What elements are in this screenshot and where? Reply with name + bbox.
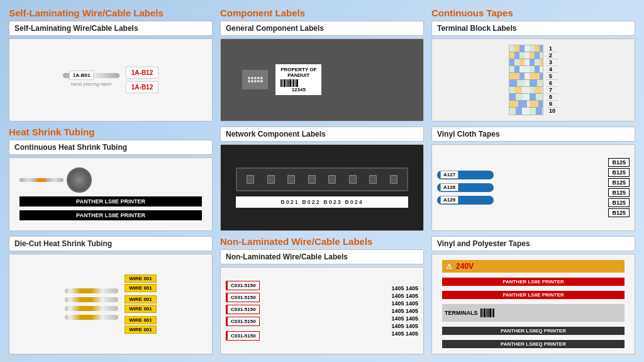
cable-tag-3: A129 <box>440 196 458 204</box>
cable-1: A127 <box>437 171 494 179</box>
panther-ls8eq-label2: PANTHER LS8EQ PRINTER <box>442 340 625 348</box>
b125-labels: B125 B125 B125 B125 B125 B125 <box>608 158 630 217</box>
non-lam-image: C031-5150 C031-5150 C031-5150 C031-5150 … <box>220 267 424 354</box>
terminals-section: TERMINALS <box>442 304 625 322</box>
num-1405-6: 1405 1405 <box>391 323 418 329</box>
wire-label-left: 1A-B01 <box>69 71 94 80</box>
panther-red-label: PANTHER LS8E PRINTER <box>442 278 625 286</box>
col3-section1: Continuous Tapes Terminal Block Labels <box>428 5 639 124</box>
term-num-8: 8 <box>547 94 558 101</box>
wire001-4: WIRE 001 <box>125 305 156 313</box>
cable-2: A128 <box>437 183 494 192</box>
non-lam-card[interactable]: Non-Laminated Wire/Cable Labels <box>220 249 424 264</box>
term-num-4: 4 <box>547 66 558 73</box>
vinyl-cloth-image: A127 A128 A129 B125 B125 B125 B125 B125 … <box>431 144 635 232</box>
col1-section3: Die-Cut Heat Shrink Tubing WIRE 001 WIRE… <box>5 234 216 357</box>
heat-shrink-title: Heat Shrink Tubing <box>9 127 213 137</box>
terminals-text: TERMINALS <box>445 310 478 316</box>
wire001-5: WIRE 001 <box>125 316 156 324</box>
wire001-6: WIRE 001 <box>125 325 156 334</box>
wire001-3: WIRE 001 <box>125 295 156 303</box>
b125-6: B125 <box>608 208 630 217</box>
col1-section2: Heat Shrink Tubing Continuous Heat Shrin… <box>5 124 216 234</box>
num-1405-1: 1405 1405 <box>391 285 418 291</box>
num-1405-3: 1405 1405 <box>391 300 418 307</box>
term-num-5: 5 <box>547 73 558 80</box>
non-lam-title: Non-Laminated Wire/Cable Labels <box>220 236 424 247</box>
b125-1: B125 <box>608 158 630 167</box>
num-1405-5: 1405 1405 <box>391 315 418 322</box>
cont-tapes-title: Continuous Tapes <box>431 8 635 18</box>
die-cut-card[interactable]: Die-Cut Heat Shrink Tubing <box>9 236 213 251</box>
term-num-3: 3 <box>547 59 558 66</box>
vinyl-poly-card[interactable]: Vinyl and Polyester Tapes <box>431 236 635 251</box>
nonlam-label-5: C031-5150 <box>226 331 260 341</box>
self-lam-image: 1A-B01 hand placing label 1A-B12 1A-B12 <box>9 38 213 122</box>
term-num-1: 1 <box>547 45 558 52</box>
b125-3: B125 <box>608 178 630 187</box>
b125-2: B125 <box>608 168 630 177</box>
warning-icon: ⚠ <box>446 263 452 271</box>
cables-stack: A127 A128 A129 <box>437 171 494 205</box>
nonlam-label-4: C031-5150 <box>226 317 260 326</box>
general-comp-image: PROPERTY OF PANDUIT 12345 <box>220 38 424 122</box>
nonlam-label-2: C031-5150 <box>226 293 260 302</box>
property-label1: PROPERTY OF <box>280 67 316 72</box>
wire001-1: WIRE 001 <box>125 274 156 283</box>
nonlam-label-1: C031-5150 <box>226 281 260 290</box>
num-1405-4: 1405 1405 <box>391 308 418 314</box>
wire-label-red2: 1A-B12 <box>126 81 158 93</box>
general-comp-card[interactable]: General Component Labels <box>220 21 424 36</box>
col2-section3: Non-Laminated Wire/Cable Labels Non-Lami… <box>216 234 428 357</box>
nonlam-labels: C031-5150 C031-5150 C031-5150 C031-5150 … <box>226 281 260 341</box>
col1-section1: Self-Laminating Wire/Cable Labels Self-L… <box>5 5 216 124</box>
term-num-10: 10 <box>547 108 558 115</box>
nonlam-label-3: C031-5150 <box>226 305 260 314</box>
col2-section1: Component Labels General Component Label… <box>216 5 428 124</box>
self-lam-title: Self-Laminating Wire/Cable Labels <box>9 8 213 18</box>
panther-ls8eq-label: PANTHER LS8EQ PRINTER <box>442 327 625 335</box>
orange-tape: ⚠ 240V <box>442 260 625 273</box>
term-num-9: 9 <box>547 101 558 108</box>
vinyl-poly-image: ⚠ 240V PANTHER LS8E PRINTER PANTHER LS8E… <box>431 254 635 354</box>
die-cut-image: WIRE 001 WIRE 001 WIRE 001 WIRE 001 WIRE… <box>9 254 213 354</box>
cable-3: A129 <box>437 196 494 205</box>
heat-shrink-image: PANTHER LS8E PRINTER PANTHER LS8E PRINTE… <box>9 157 213 232</box>
vinyl-cloth-card[interactable]: Vinyl Cloth Tapes <box>431 127 635 142</box>
cont-heat-shrink-card[interactable]: Continuous Heat Shrink Tubing <box>9 140 213 155</box>
panther-label2: PANTHER LS8E PRINTER <box>19 210 202 220</box>
term-num-6: 6 <box>547 80 558 87</box>
property-label2: PANDUIT <box>280 72 316 78</box>
col3-section3: Vinyl and Polyester Tapes ⚠ 240V PANTHER… <box>428 234 639 357</box>
barcode-num: 12345 <box>280 87 316 93</box>
nonlam-numbers: 1405 1405 1405 1405 1405 1405 1405 1405 … <box>391 285 418 337</box>
term-num-7: 7 <box>547 87 558 94</box>
b125-5: B125 <box>608 198 630 207</box>
terminal-block-image: 1 2 3 4 5 6 7 8 9 10 <box>431 38 635 122</box>
panther-red-label2: PANTHER LS8E PRINTER <box>442 291 625 299</box>
network-comp-card[interactable]: Network Component Labels <box>220 127 424 142</box>
num-1405-7: 1405 1405 <box>391 331 418 337</box>
network-comp-image: B021 B022 B023 B024 <box>220 144 424 232</box>
col3-section2: Vinyl Cloth Tapes A127 A128 A129 B125 B <box>428 124 639 234</box>
term-num-2: 2 <box>547 52 558 59</box>
terminal-block-card[interactable]: Terminal Block Labels <box>431 21 635 36</box>
wire-label-red1: 1A-B12 <box>126 67 158 79</box>
num-1405-2: 1405 1405 <box>391 293 418 299</box>
cable-tag-2: A128 <box>440 183 458 191</box>
cable-tag-1: A127 <box>440 171 458 179</box>
wire001-2: WIRE 001 <box>125 284 156 292</box>
self-lam-card[interactable]: Self-Laminating Wire/Cable Labels <box>9 21 213 36</box>
voltage-text: 240V <box>456 262 474 271</box>
component-title: Component Labels <box>220 8 424 18</box>
b125-4: B125 <box>608 188 630 197</box>
network-ports-label: B021 B022 B023 B024 <box>236 196 408 208</box>
panther-label1: PANTHER LS8E PRINTER <box>19 196 202 206</box>
col2-section2: Network Component Labels B021 B022 B023 … <box>216 124 428 234</box>
